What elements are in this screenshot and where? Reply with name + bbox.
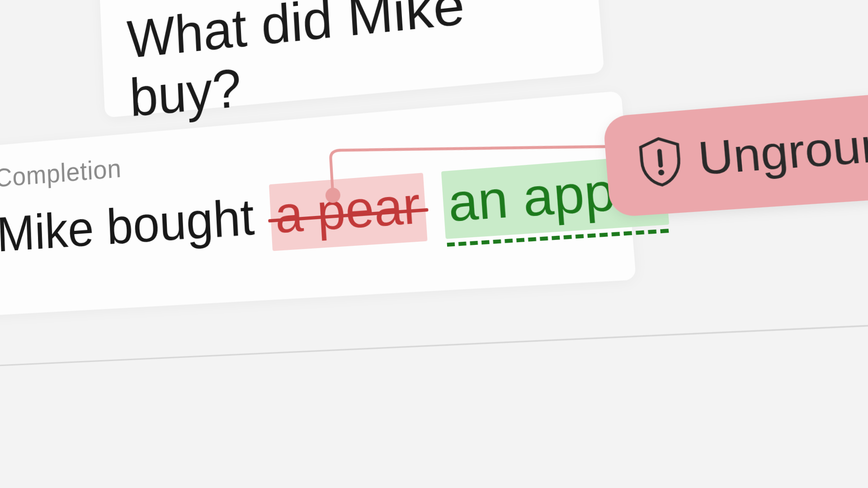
completion-card: Completion Mike bought a pear an apple	[0, 91, 636, 316]
badge-label: Ungroundedness	[696, 102, 868, 185]
removed-text[interactable]: a pear	[269, 173, 428, 251]
shield-warning-icon	[635, 135, 686, 188]
completion-prefix: Mike bought	[0, 186, 256, 264]
svg-point-1	[658, 169, 665, 175]
section-divider	[0, 313, 868, 369]
ungroundedness-badge[interactable]: Ungroundedness	[603, 76, 868, 217]
svg-line-0	[660, 151, 661, 165]
